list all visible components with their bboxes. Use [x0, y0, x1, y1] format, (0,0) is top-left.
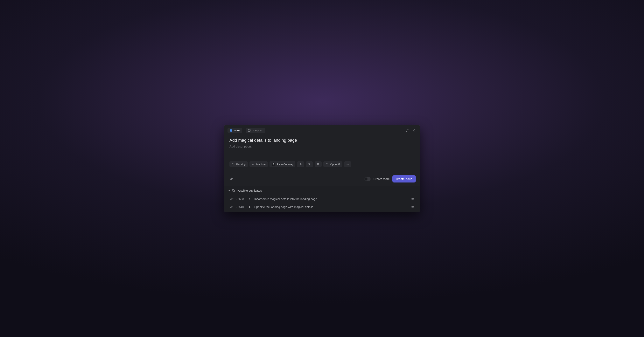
comment-icon[interactable] — [411, 197, 414, 201]
new-issue-modal: WEB › Template — [224, 125, 420, 212]
possible-duplicates-title: Possible duplicates — [237, 189, 262, 192]
svg-point-20 — [249, 206, 251, 208]
caret-down-icon — [228, 190, 230, 191]
svg-rect-2 — [248, 129, 250, 132]
breadcrumb-template-chip[interactable]: Template — [246, 128, 265, 133]
attach-file-button[interactable] — [228, 176, 234, 182]
issue-title-input[interactable] — [230, 138, 414, 143]
priority-medium-icon — [252, 163, 255, 166]
duplicate-row[interactable]: WEB-2603 Incorporate magical details int… — [224, 195, 420, 203]
svg-point-9 — [308, 164, 309, 164]
create-more-toggle[interactable] — [364, 177, 370, 181]
modal-footer: Create more Create issue — [224, 172, 420, 186]
possible-duplicates-section: Possible duplicates WEB-2603 Incorporate… — [224, 186, 420, 212]
svg-rect-11 — [318, 163, 319, 164]
paperclip-icon — [230, 177, 233, 181]
create-issue-button[interactable]: Create issue — [392, 175, 416, 183]
svg-rect-12 — [317, 164, 318, 165]
project-selector[interactable] — [314, 161, 322, 167]
warning-icon — [299, 163, 302, 166]
cycle-selector[interactable]: Cycle 92 — [323, 161, 342, 167]
expand-button[interactable] — [404, 128, 410, 133]
svg-rect-6 — [254, 163, 254, 165]
status-selector[interactable]: Backlog — [230, 161, 248, 167]
comment-icon[interactable] — [411, 205, 414, 209]
svg-rect-5 — [253, 164, 254, 165]
breadcrumb-project-chip[interactable]: WEB — [228, 128, 242, 133]
expand-icon — [406, 129, 409, 132]
svg-point-16 — [348, 164, 348, 165]
duplicate-icon — [232, 189, 235, 192]
duplicate-row[interactable]: WEB-2540 Sprinkle the landing page with … — [224, 203, 420, 212]
modal-header: WEB › Template — [224, 125, 420, 133]
duplicate-issue-id: WEB-2603 — [230, 197, 246, 201]
duplicate-issue-title: Incorporate magical details into the lan… — [254, 197, 408, 201]
svg-point-17 — [348, 164, 349, 165]
tag-icon — [308, 163, 311, 166]
label-selector[interactable] — [297, 161, 304, 167]
cycle-icon — [326, 163, 328, 166]
backlog-status-icon — [249, 198, 252, 200]
backlog-status-icon — [232, 163, 235, 166]
todo-status-icon — [249, 206, 252, 208]
svg-point-15 — [346, 164, 347, 165]
toggle-knob — [364, 177, 368, 181]
svg-rect-18 — [233, 190, 234, 192]
svg-point-3 — [232, 163, 234, 165]
tag-selector[interactable] — [306, 161, 313, 167]
priority-selector[interactable]: Medium — [250, 161, 268, 167]
properties-row: Backlog Medium P Paco Coursey — [230, 161, 414, 167]
modal-body: Backlog Medium P Paco Coursey — [224, 133, 420, 172]
issue-description-input[interactable] — [230, 145, 414, 149]
svg-point-19 — [249, 198, 251, 200]
grid-icon — [316, 163, 320, 166]
create-more-label[interactable]: Create more — [373, 177, 390, 181]
more-properties-button[interactable] — [344, 161, 351, 167]
svg-rect-13 — [318, 164, 319, 165]
assignee-name: Paco Coursey — [277, 163, 293, 166]
assignee-avatar: P — [272, 162, 275, 166]
more-horizontal-icon — [346, 163, 349, 166]
svg-point-8 — [300, 165, 301, 165]
duplicate-issue-id: WEB-2540 — [230, 205, 246, 209]
close-button[interactable] — [411, 128, 416, 133]
svg-rect-4 — [252, 164, 252, 165]
svg-rect-10 — [317, 163, 318, 164]
template-icon — [248, 129, 251, 132]
duplicate-issue-title: Sprinkle the landing page with magical d… — [254, 205, 408, 209]
possible-duplicates-header[interactable]: Possible duplicates — [224, 186, 420, 195]
priority-label: Medium — [256, 163, 266, 166]
assignee-selector[interactable]: P Paco Coursey — [270, 161, 295, 167]
close-icon — [412, 129, 415, 132]
breadcrumb-separator: › — [244, 129, 244, 132]
breadcrumb-template-label: Template — [252, 129, 263, 132]
globe-icon — [230, 129, 232, 132]
status-label: Backlog — [236, 163, 246, 166]
breadcrumb-project-label: WEB — [234, 129, 240, 132]
cycle-label: Cycle 92 — [330, 163, 340, 166]
